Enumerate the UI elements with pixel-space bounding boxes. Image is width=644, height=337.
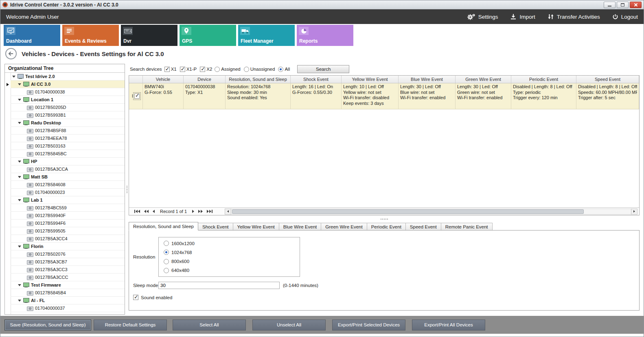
- assignment-filter-all[interactable]: All: [278, 67, 290, 72]
- checkbox-icon[interactable]: [164, 67, 170, 72]
- resolution-option-1600x1200[interactable]: 1600x1200: [164, 241, 295, 246]
- first-record-button[interactable]: [134, 210, 140, 213]
- nav-tile-dashboard[interactable]: Dashboard: [4, 25, 60, 46]
- search-button[interactable]: Search: [297, 65, 349, 73]
- scrollbar-track[interactable]: [231, 209, 631, 215]
- assignment-filter-unassigned[interactable]: Unassigned: [244, 67, 275, 72]
- expander-icon[interactable]: [12, 76, 15, 78]
- column-header-device[interactable]: Device: [184, 76, 226, 83]
- device-type-filter-x1-p[interactable]: X1-P: [180, 67, 197, 72]
- resolution-option-1024x768[interactable]: 1024x768: [164, 250, 295, 255]
- grid-row[interactable]: IBMW740iG-Force: 0.55017040000038Type: X…: [129, 83, 639, 109]
- scrollbar-thumb[interactable]: [232, 209, 584, 214]
- settings-button[interactable]: Settings: [467, 13, 498, 20]
- next-record-button[interactable]: [192, 210, 194, 213]
- tree-item-00127b5a3cca[interactable]: 00127B5A3CCA: [5, 165, 125, 173]
- tab-speed-event[interactable]: Speed Event: [406, 223, 441, 230]
- tree-item-00127b5a3ccc[interactable]: 00127B5A3CCC: [5, 274, 125, 281]
- grid-cell-green-wire-event[interactable]: Length: 30 | Led: OffGreen wire: not set…: [456, 83, 511, 109]
- tree-item-00127b5993b1[interactable]: 00127B5993B1: [5, 111, 125, 119]
- device-type-filter-x2[interactable]: X2: [200, 67, 212, 72]
- tab-yellow-wire-event[interactable]: Yellow Wire Event: [233, 223, 279, 230]
- device-type-filter-x1[interactable]: X1: [164, 67, 177, 72]
- radio-icon[interactable]: [164, 241, 169, 246]
- tree-item-00127b502076[interactable]: 00127B502076: [5, 250, 125, 258]
- tree-item-00127b4b5f88[interactable]: 00127B4B5F88: [5, 127, 125, 135]
- expander-icon[interactable]: [18, 300, 21, 302]
- row-select-checkbox[interactable]: [134, 93, 140, 99]
- maximize-button[interactable]: [617, 2, 629, 8]
- tree-item-hp[interactable]: HP: [5, 158, 125, 165]
- import-button[interactable]: Import: [510, 13, 535, 20]
- grid-cell-shock-event[interactable]: Length: 16 | Led: OnG-Forces: 0.55/0.30: [291, 83, 342, 109]
- tree-item-017040000038[interactable]: 017040000038: [5, 88, 125, 96]
- tree-item-00127b59940f[interactable]: 00127B59940F: [5, 212, 125, 220]
- tree-item-00127b5a3cc4[interactable]: 00127B5A3CC4: [5, 235, 125, 243]
- tree-item-location-1[interactable]: Location 1: [5, 96, 125, 104]
- assignment-filter-assigned[interactable]: Assigned: [215, 67, 240, 72]
- prev-page-button[interactable]: [144, 210, 149, 213]
- tree-item-00127b5a3cb7[interactable]: 00127B5A3CB7: [5, 258, 125, 266]
- export-print-selected-devices-button[interactable]: Export/Print Selected Devices: [332, 320, 405, 330]
- grid-cell-blue-wire-event[interactable]: Length: 30 | Led: OffBlue wire: not setW…: [399, 83, 456, 109]
- nav-tile-gps[interactable]: GPS: [180, 25, 236, 46]
- tab-shock-event[interactable]: Shock Event: [198, 223, 233, 230]
- save-resolution-sound-and-sleep-button[interactable]: Save (Resolution, Sound and Sleep): [4, 320, 91, 330]
- expander-icon[interactable]: [18, 83, 21, 85]
- sound-enabled-checkbox[interactable]: [133, 295, 138, 300]
- tree-item-00127b599505[interactable]: 00127B599505: [5, 227, 125, 235]
- next-page-button[interactable]: [198, 210, 203, 213]
- tree-item-00127b5845bc[interactable]: 00127B5845BC: [5, 150, 125, 158]
- tab-green-wire-event[interactable]: Green Wire Event: [321, 223, 367, 230]
- nav-tile-events-reviews[interactable]: Events & Reviews: [62, 25, 119, 46]
- radio-icon[interactable]: [164, 250, 169, 255]
- grid-cell-yellow-wire-event[interactable]: Length: 10 | Led: OffYellow wire: not se…: [342, 83, 399, 109]
- grid-cell-resolution-sound-and-sleep[interactable]: Resolution: 1024x768Sleep mode: 30 minSo…: [226, 83, 291, 109]
- unselect-all-button[interactable]: Unselect All: [252, 320, 326, 330]
- prev-record-button[interactable]: [153, 210, 155, 213]
- last-record-button[interactable]: [207, 210, 212, 213]
- tree-item-florin[interactable]: Florin: [5, 243, 125, 250]
- tab-periodic-event[interactable]: Periodic Event: [367, 223, 406, 230]
- nav-tile-reports[interactable]: Reports: [297, 25, 353, 46]
- tree-item-radu-desktop[interactable]: Radu Desktop: [5, 119, 125, 127]
- column-header-blue-wire-event[interactable]: Blue Wire Event: [399, 76, 456, 83]
- column-header-indicator[interactable]: [129, 76, 143, 83]
- vertical-splitter[interactable]: [125, 64, 129, 315]
- scroll-left-button[interactable]: [225, 209, 231, 215]
- column-header-speed-event[interactable]: Speed Event: [576, 76, 639, 83]
- close-button[interactable]: [630, 2, 642, 8]
- radio-icon[interactable]: [278, 67, 283, 72]
- tree-item-lab-1[interactable]: Lab 1: [5, 196, 125, 204]
- column-header-periodic-event[interactable]: Periodic Event: [511, 76, 576, 83]
- tree-item-017040000023[interactable]: 017040000023: [5, 189, 125, 196]
- tree-item-00127b4eea78[interactable]: 00127B4EEA78: [5, 135, 125, 142]
- expander-icon[interactable]: [18, 161, 21, 163]
- tree-item-00127b5845b4[interactable]: 00127B5845B4: [5, 289, 125, 297]
- logout-button[interactable]: Logout: [612, 14, 638, 20]
- expander-icon[interactable]: [18, 176, 21, 178]
- column-header-yellow-wire-event[interactable]: Yellow Wire Event: [342, 76, 399, 83]
- tab-remote-panic-event[interactable]: Remote Panic Event: [441, 223, 493, 230]
- expander-icon[interactable]: [18, 246, 21, 248]
- tree-item-test-firmware[interactable]: Test Firmware: [5, 281, 125, 289]
- expander-icon[interactable]: [18, 99, 21, 101]
- expander-icon[interactable]: [18, 199, 21, 201]
- tab-blue-wire-event[interactable]: Blue Wire Event: [279, 223, 321, 230]
- tree-item-017040000037[interactable]: 017040000037: [5, 304, 125, 312]
- transfer-activities-button[interactable]: Transfer Activities: [548, 13, 600, 20]
- column-header-vehicle[interactable]: Vehicle: [143, 76, 184, 83]
- resolution-option-640x480[interactable]: 640x480: [164, 268, 295, 273]
- export-print-all-devices-button[interactable]: Export/Print All Devices: [412, 320, 485, 330]
- nav-tile-fleet-manager[interactable]: Fleet Manager: [238, 25, 295, 46]
- checkbox-icon[interactable]: [180, 67, 185, 72]
- grid-cell-device[interactable]: 017040000038Type: X1: [184, 83, 226, 109]
- tree-item-al-cc-3-0[interactable]: Al CC 3.0: [5, 80, 125, 88]
- radio-icon[interactable]: [164, 259, 169, 264]
- grid-cell-vehicle[interactable]: BMW740iG-Force: 0.55: [143, 83, 184, 109]
- select-all-button[interactable]: Select All: [173, 320, 246, 330]
- column-header-green-wire-event[interactable]: Green Wire Event: [456, 76, 511, 83]
- grid-hscrollbar[interactable]: [225, 209, 637, 215]
- nav-tile-dvr[interactable]: Dvr: [121, 25, 177, 46]
- scroll-right-button[interactable]: [631, 209, 637, 215]
